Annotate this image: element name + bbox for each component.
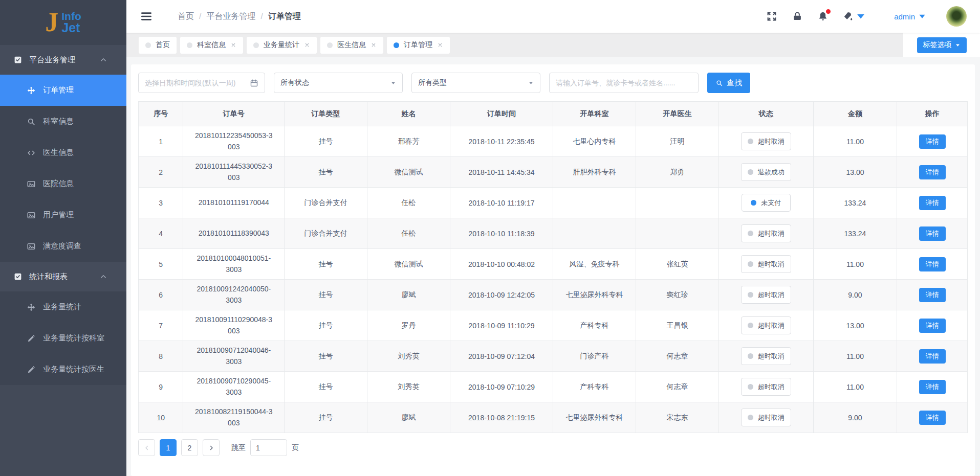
chevron-right-icon [208, 444, 215, 451]
sidebar-item-business-volume-by-department[interactable]: 业务量统计按科室 [0, 323, 126, 354]
sidebar-group-platform-business-management[interactable]: 平台业务管理 [0, 45, 126, 75]
cell-action: 详情 [897, 310, 968, 341]
previous-page-button[interactable] [138, 439, 155, 456]
tab-order-management[interactable]: 订单管理 [387, 37, 450, 54]
filter-bar: 所有状态 所有类型 查找 [138, 73, 968, 93]
detail-button[interactable]: 详情 [919, 165, 946, 179]
pencil-icon [27, 365, 36, 374]
menu-toggle-button[interactable] [140, 9, 154, 24]
sidebar-item-satisfaction-survey[interactable]: 满意度调查 [0, 231, 126, 262]
tab-business-volume-stats[interactable]: 业务量统计 [247, 37, 317, 54]
cell-amount: 9.00 [813, 280, 897, 310]
detail-button[interactable]: 详情 [919, 349, 946, 364]
cell-name: 刘秀英 [367, 372, 450, 402]
breadcrumb-item[interactable]: 首页 [178, 11, 194, 22]
status-badge: 退款成功 [741, 163, 791, 181]
search-button[interactable]: 查找 [707, 73, 750, 93]
sidebar-item-business-volume-by-doctor[interactable]: 业务量统计按医生 [0, 354, 126, 385]
detail-button[interactable]: 详情 [919, 257, 946, 271]
notifications-button[interactable] [817, 11, 829, 22]
sidebar-item-department-info[interactable]: 科室信息 [0, 106, 126, 137]
caret-down-icon [390, 80, 396, 86]
theme-menu-button[interactable] [843, 11, 866, 22]
breadcrumb-separator: / [260, 12, 263, 21]
status-badge: 超时取消 [741, 378, 791, 396]
sidebar-menu: 平台业务管理订单管理科室信息医生信息医院信息用户管理满意度调查统计和报表业务量统… [0, 45, 126, 385]
tab-close-button[interactable] [437, 42, 443, 48]
sidebar-item-hospital-info[interactable]: 医院信息 [0, 168, 126, 199]
detail-button[interactable]: 详情 [919, 319, 946, 333]
lock-button[interactable] [792, 11, 803, 22]
detail-button[interactable]: 详情 [919, 134, 946, 149]
sidebar-item-order-management[interactable]: 订单管理 [0, 75, 126, 106]
tab-home[interactable]: 首页 [139, 37, 177, 54]
column-header-name: 姓名 [367, 102, 450, 126]
fullscreen-button[interactable] [766, 11, 777, 22]
cell-name: 廖斌 [367, 280, 450, 310]
cell-order-type: 挂号 [285, 249, 367, 280]
avatar[interactable] [946, 6, 967, 27]
tab-department-info[interactable]: 科室信息 [180, 37, 243, 54]
status-select[interactable]: 所有状态 [274, 73, 403, 93]
detail-button[interactable]: 详情 [919, 226, 946, 241]
jump-to-page-input[interactable] [250, 439, 287, 456]
date-range-picker[interactable] [138, 73, 265, 93]
sidebar-item-business-volume-stats[interactable]: 业务量统计 [0, 291, 126, 323]
cell-doctor: 何志章 [636, 341, 718, 372]
status-dot [748, 353, 753, 359]
tab-options-button[interactable]: 标签选项 [917, 37, 967, 53]
status-dot [748, 415, 753, 420]
sidebar-footer [0, 385, 126, 476]
next-page-button[interactable] [203, 439, 220, 456]
status-badge: 超时取消 [741, 132, 791, 150]
page-button-1[interactable]: 1 [160, 439, 177, 456]
cell-index: 7 [139, 310, 183, 341]
tab-doctor-info[interactable]: 医生信息 [320, 37, 383, 54]
status-dot [748, 261, 753, 267]
sidebar-group-stats-and-reports[interactable]: 统计和报表 [0, 262, 126, 291]
tab-close-button[interactable] [371, 42, 377, 48]
app-root: J Info Jet 平台业务管理订单管理科室信息医生信息医院信息用户管理满意度… [0, 0, 980, 476]
status-label: 未支付 [761, 198, 781, 208]
cell-order-time: 2018-10-09 11:10:29 [450, 310, 553, 341]
chevron-up-icon [99, 272, 108, 281]
page-button-2[interactable]: 2 [181, 439, 198, 456]
cell-order-no: 201810091242040050-3003 [183, 280, 285, 310]
detail-button[interactable]: 详情 [919, 411, 946, 425]
orders-table-head: 序号订单号订单类型姓名订单时间开单科室开单医生状态金额操作 [139, 102, 968, 126]
detail-button[interactable]: 详情 [919, 380, 946, 394]
sidebar-item-user-management[interactable]: 用户管理 [0, 199, 126, 231]
sidebar-item-label: 医院信息 [43, 179, 74, 189]
detail-button[interactable]: 详情 [919, 288, 946, 302]
type-select[interactable]: 所有类型 [411, 73, 540, 93]
sidebar-item-doctor-info[interactable]: 医生信息 [0, 137, 126, 168]
cell-index: 1 [139, 126, 183, 157]
cell-name: 微信测试 [367, 249, 450, 280]
search-icon [715, 79, 723, 87]
cell-amount: 11.00 [813, 372, 897, 402]
cell-amount: 9.00 [813, 402, 897, 433]
tab-close-button[interactable] [230, 42, 236, 48]
keyword-search-input[interactable] [550, 73, 698, 93]
date-range-input[interactable] [139, 73, 265, 93]
cell-status: 超时取消 [718, 341, 813, 372]
breadcrumb: 首页/平台业务管理/订单管理 [178, 11, 301, 22]
keyword-search-field [549, 73, 699, 93]
status-badge: 超时取消 [741, 286, 791, 304]
open-tabs: 首页科室信息业务量统计医生信息订单管理 [126, 33, 903, 57]
cell-amount: 133.24 [813, 188, 897, 218]
hamburger-icon [140, 10, 153, 23]
user-menu[interactable]: admin [894, 12, 927, 21]
cell-status: 超时取消 [718, 372, 813, 402]
infojet-logo: J Info Jet [0, 0, 126, 45]
detail-button[interactable]: 详情 [919, 196, 946, 210]
status-badge: 超时取消 [741, 316, 791, 334]
tab-close-button[interactable] [304, 42, 310, 48]
breadcrumb-item[interactable]: 平台业务管理 [206, 11, 255, 22]
cell-department: 七里心内专科 [553, 126, 636, 157]
cell-department: 产科专科 [553, 372, 636, 402]
cell-amount: 11.00 [813, 249, 897, 280]
table-row: 8201810090712040046-3003挂号刘秀英2018-10-09 … [139, 341, 968, 372]
chevron-up-icon [99, 55, 108, 64]
sidebar-item-label: 满意度调查 [43, 241, 81, 251]
